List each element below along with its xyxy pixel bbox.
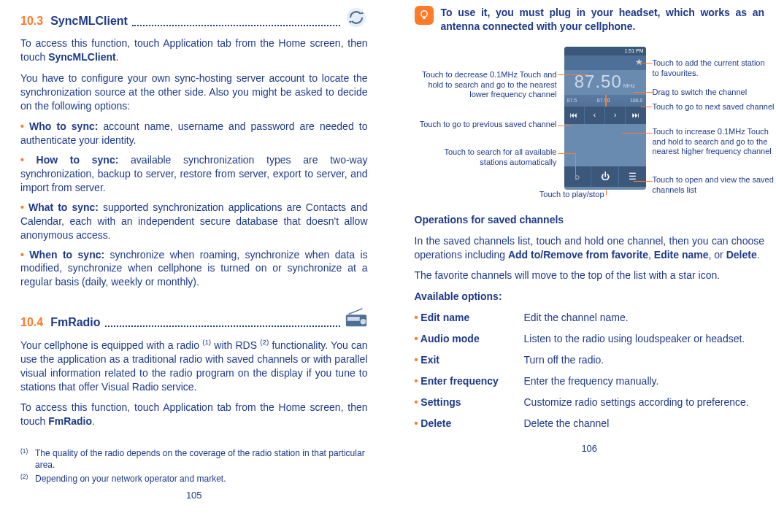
radio-figure: 1:51 PM 87.50 MHz 87.5 87.50 108.0 ⏮ ‹ ›… [415,47,765,206]
leader-line [558,126,572,126]
leader-line [558,153,575,154]
svg-point-5 [420,11,426,17]
option-row: Edit nameEdit the channel name. [415,311,765,332]
paragraph: To access this function, touch Applicati… [20,401,368,428]
leader-line [606,190,607,196]
page-105: 10.3 SyncMLClient To access this functio… [0,0,388,532]
callout-favorite: Touch to add the current station to favo… [653,58,773,79]
leader-line [634,92,653,93]
leader-line [638,63,653,63]
section-10-4-heading: 10.4 FmRadio [20,307,368,330]
list-item: What to sync: supported synchronization … [20,201,368,242]
sync-option-list: Who to sync: account name, username and … [20,120,368,289]
subheading-available-options: Available options: [415,290,765,304]
footnote-ref-1: (1) [202,338,211,346]
callout-search: Touch to search for all available statio… [415,147,557,168]
option-row: SettingsCustomize radio settings accordi… [415,396,765,417]
freq-up-icon: › [605,107,626,124]
radio-icon [345,307,368,330]
frequency-scale: 87.5 87.50 108.0 [564,95,646,107]
sync-icon [345,6,368,29]
search-icon: ⌕ [564,166,592,187]
section-title: SyncMLClient [50,13,128,29]
callout-drag: Drag to switch the channel [653,88,777,98]
page-number: 106 [415,442,765,455]
list-item: Who to sync: account name, username and … [20,120,368,147]
control-row: ⏮ ‹ › ⏭ [564,107,646,124]
option-row: DeleteDelete the channel [415,417,765,438]
next-saved-icon: ⏭ [626,107,645,124]
svg-point-3 [360,319,366,325]
callout-play: Touch to play/stop [510,190,604,200]
list-icon: ☰ [619,166,646,187]
option-row: Audio modeListen to the radio using loud… [415,332,765,353]
status-bar: 1:51 PM [564,47,646,55]
leader-line [634,181,653,182]
note-text: To use it, you must plug in your headset… [441,6,765,34]
leader-line [641,107,653,107]
callout-open: Touch to open and view the saved channel… [653,175,777,196]
footnote-ref-2: (2) [260,338,269,346]
leader-line [575,153,576,180]
option-row: Enter frequencyEnter the frequency manua… [415,374,765,396]
paragraph: To access this function, touch Applicati… [20,36,368,64]
leader-line [558,74,587,75]
footnote-1: (1)The quality of the radio depends on t… [20,447,368,471]
callout-increase: Touch to increase 0.1MHz Touch and hold … [653,127,777,157]
svg-line-4 [348,309,362,315]
paragraph: The favorite channels will move to the t… [415,269,765,282]
svg-point-0 [347,8,366,27]
section-title: FmRadio [50,315,100,331]
svg-rect-2 [347,317,359,321]
subheading-operations: Operations for saved channels [415,213,765,227]
options-table: Edit nameEdit the channel name. Audio mo… [415,311,765,437]
section-number: 10.4 [20,315,43,331]
list-item: How to sync: available synchronization t… [20,153,368,195]
footnote-2: (2)Depending on your network operator an… [20,473,368,485]
section-10-3-heading: 10.3 SyncMLClient [20,6,368,29]
bottom-row: ⌕ ⏻ ☰ [564,166,646,187]
callout-prev: Touch to go to previous saved channel [415,120,557,130]
lightbulb-icon [415,6,434,25]
callout-next: Touch to go to next saved channel [653,102,777,112]
callout-decrease: Touch to decrease 0.1MHz Touch and hold … [415,70,557,100]
paragraph: Your cellphone is equipped with a radio … [20,337,368,393]
phone-mockup: 1:51 PM 87.50 MHz 87.5 87.50 108.0 ⏮ ‹ ›… [564,47,646,190]
footnotes: (1)The quality of the radio depends on t… [20,447,368,485]
paragraph: In the saved channels list, touch and ho… [415,234,765,262]
leader-line [622,133,653,134]
favorite-bar [564,55,646,70]
prev-saved-icon: ⏮ [564,107,585,124]
section-number: 10.3 [20,13,43,29]
page-106: To use it, you must plug in your headset… [388,0,777,532]
power-icon: ⏻ [591,166,619,187]
paragraph: You have to configure your own sync-host… [20,72,368,113]
page-number: 105 [20,489,368,502]
svg-rect-6 [423,17,425,19]
leader-dots [132,25,340,26]
note-box: To use it, you must plug in your headset… [415,6,765,34]
list-item: When to sync: synchronize when roaming, … [20,248,368,290]
option-row: ExitTurn off the radio. [415,353,765,374]
freq-down-icon: ‹ [585,107,605,124]
leader-dots [105,325,340,327]
